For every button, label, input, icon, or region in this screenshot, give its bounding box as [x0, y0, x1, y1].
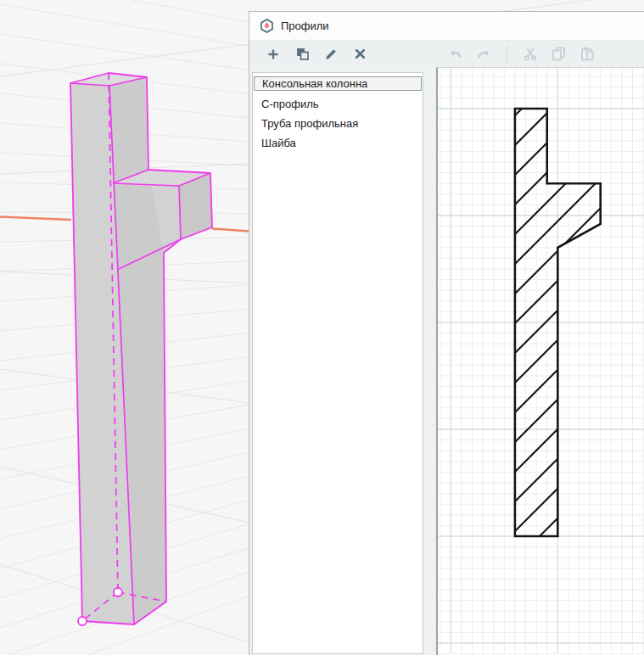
edit-profile-button[interactable]	[321, 44, 341, 64]
profile-actions-group	[263, 44, 370, 64]
redo-arrow-icon	[476, 48, 491, 61]
clipboard-icon	[580, 47, 594, 61]
scissors-icon	[524, 47, 537, 61]
duplicate-icon	[295, 47, 310, 61]
undo-button[interactable]	[445, 44, 466, 64]
app-logo-icon	[260, 19, 274, 33]
duplicate-profile-button[interactable]	[292, 44, 312, 64]
list-item[interactable]: Труба профильная	[253, 114, 423, 133]
edit-actions-group	[445, 44, 596, 64]
list-item[interactable]: Консольная колонна	[254, 76, 422, 91]
panel-title: Профили	[281, 20, 329, 32]
toolbar-separator	[507, 45, 507, 64]
panel-content: Консольная колоннаС-профильТруба профиль…	[249, 67, 644, 655]
copy-button[interactable]	[548, 44, 568, 64]
paste-button[interactable]	[576, 44, 596, 64]
profile-drawing	[438, 68, 644, 654]
panel-titlebar: Профили	[249, 12, 644, 41]
delete-profile-button[interactable]	[350, 44, 370, 64]
redo-button[interactable]	[473, 44, 494, 64]
cut-button[interactable]	[520, 44, 540, 64]
pencil-icon	[324, 48, 338, 61]
profiles-panel: Профили	[249, 11, 644, 655]
plus-icon	[266, 48, 280, 61]
profiles-list: Консольная колоннаС-профильТруба профиль…	[252, 72, 423, 654]
panel-toolbar	[249, 41, 644, 67]
list-item[interactable]: С-профиль	[253, 94, 423, 114]
profile-editor-canvas[interactable]	[436, 67, 644, 655]
add-profile-button[interactable]	[263, 44, 283, 64]
cross-icon	[354, 48, 367, 60]
list-item[interactable]: Шайба	[253, 133, 423, 153]
undo-arrow-icon	[448, 48, 463, 61]
copy-pages-icon	[552, 47, 566, 61]
